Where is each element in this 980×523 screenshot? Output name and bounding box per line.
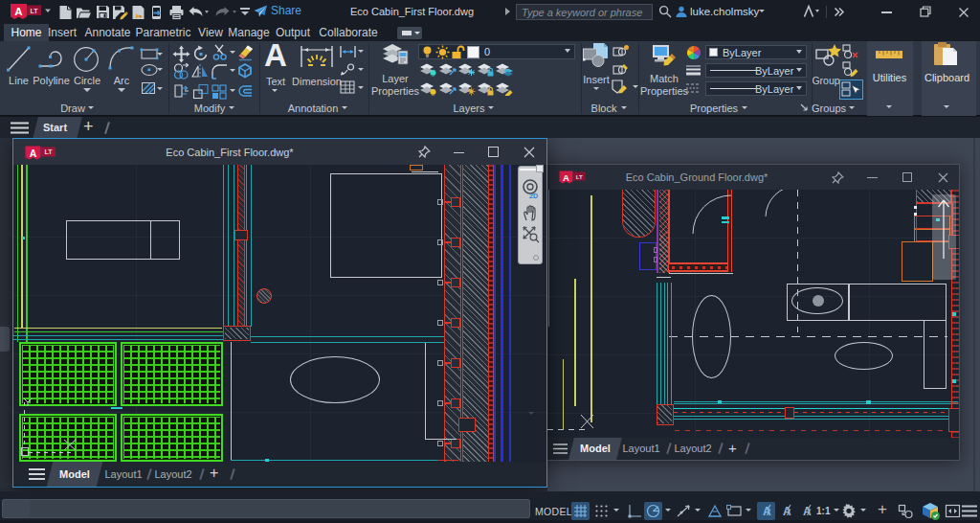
svg-text:LT: LT bbox=[576, 174, 583, 180]
svg-text:A: A bbox=[563, 172, 569, 183]
svg-text:LT: LT bbox=[44, 148, 53, 155]
svg-text:A: A bbox=[30, 148, 37, 159]
svg-text:A: A bbox=[763, 505, 771, 518]
svg-text:A: A bbox=[783, 505, 791, 518]
svg-text:A: A bbox=[803, 505, 812, 518]
